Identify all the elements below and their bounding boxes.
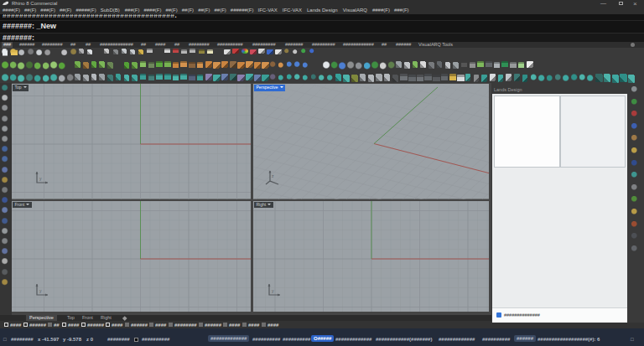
svg-text:y: y [39,176,42,181]
svg-text:z: z [272,173,274,178]
svg-text:y: y [39,288,42,293]
svg-text:y: y [272,288,274,293]
